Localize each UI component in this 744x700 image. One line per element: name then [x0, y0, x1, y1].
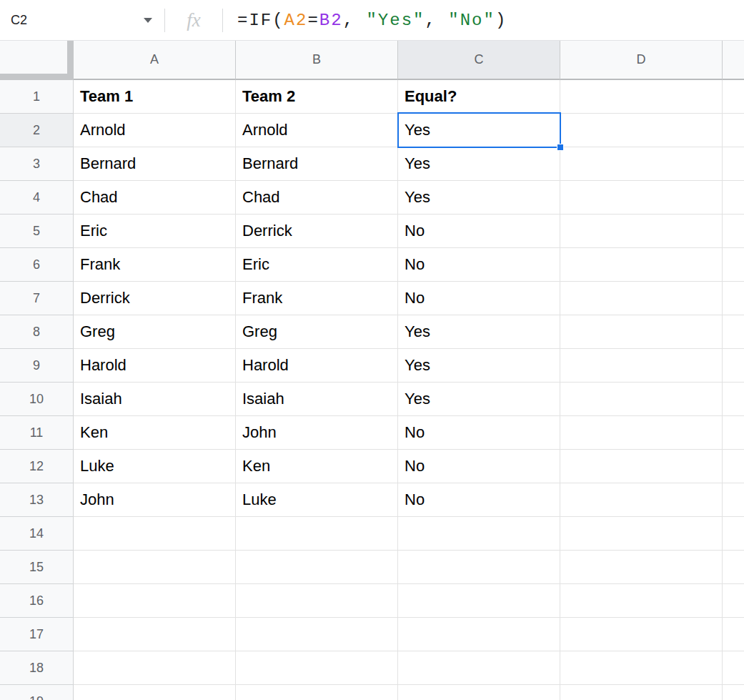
cell-D10[interactable]: [560, 383, 723, 416]
row-header-1[interactable]: 1: [0, 80, 74, 114]
row-header-17[interactable]: 17: [0, 618, 74, 651]
cell-A13[interactable]: John: [74, 483, 236, 517]
cell-A2[interactable]: Arnold: [74, 114, 236, 147]
cell-C19[interactable]: [398, 685, 560, 700]
cell-B2[interactable]: Arnold: [236, 114, 398, 147]
cell-E13[interactable]: [723, 483, 744, 517]
formula-input[interactable]: =IF(A2=B2, "Yes", "No"): [223, 11, 744, 30]
cell-B14[interactable]: [236, 517, 398, 551]
cell-C15[interactable]: [398, 551, 560, 584]
cell-D19[interactable]: [560, 685, 723, 700]
cell-D16[interactable]: [560, 584, 723, 618]
row-header-13[interactable]: 13: [0, 483, 74, 517]
cell-C14[interactable]: [398, 517, 560, 551]
cell-B16[interactable]: [236, 584, 398, 618]
cell-E11[interactable]: [723, 416, 744, 450]
cell-D14[interactable]: [560, 517, 723, 551]
row-header-10[interactable]: 10: [0, 383, 74, 416]
row-header-19[interactable]: 19: [0, 685, 74, 700]
cell-D6[interactable]: [560, 248, 723, 282]
cell-C11[interactable]: No: [398, 416, 560, 450]
cell-D9[interactable]: [560, 349, 723, 383]
cell-C16[interactable]: [398, 584, 560, 618]
cell-A6[interactable]: Frank: [74, 248, 236, 282]
cell-B12[interactable]: Ken: [236, 450, 398, 483]
row-header-9[interactable]: 9: [0, 349, 74, 383]
chevron-down-icon[interactable]: [144, 18, 152, 23]
cell-E5[interactable]: [723, 215, 744, 248]
cell-D8[interactable]: [560, 315, 723, 349]
cell-E19[interactable]: [723, 685, 744, 700]
cell-D3[interactable]: [560, 147, 723, 181]
cell-D4[interactable]: [560, 181, 723, 215]
cell-A15[interactable]: [74, 551, 236, 584]
cell-B4[interactable]: Chad: [236, 181, 398, 215]
cell-C17[interactable]: [398, 618, 560, 651]
cell-B19[interactable]: [236, 685, 398, 700]
cell-B17[interactable]: [236, 618, 398, 651]
cell-D7[interactable]: [560, 282, 723, 315]
row-header-18[interactable]: 18: [0, 651, 74, 685]
cell-A5[interactable]: Eric: [74, 215, 236, 248]
cell-C4[interactable]: Yes: [398, 181, 560, 215]
cell-E6[interactable]: [723, 248, 744, 282]
cell-D17[interactable]: [560, 618, 723, 651]
column-header-A[interactable]: A: [74, 41, 236, 80]
cell-E2[interactable]: [723, 114, 744, 147]
cell-A8[interactable]: Greg: [74, 315, 236, 349]
row-header-3[interactable]: 3: [0, 147, 74, 181]
cell-C3[interactable]: Yes: [398, 147, 560, 181]
cell-E17[interactable]: [723, 618, 744, 651]
select-all-corner[interactable]: [0, 41, 74, 80]
cell-A3[interactable]: Bernard: [74, 147, 236, 181]
name-box[interactable]: C2: [0, 0, 164, 40]
cell-B3[interactable]: Bernard: [236, 147, 398, 181]
cell-A10[interactable]: Isaiah: [74, 383, 236, 416]
cell-E10[interactable]: [723, 383, 744, 416]
column-header-C[interactable]: C: [398, 41, 560, 80]
cell-C13[interactable]: No: [398, 483, 560, 517]
cell-E18[interactable]: [723, 651, 744, 685]
cell-C2[interactable]: Yes: [398, 114, 560, 147]
cell-B15[interactable]: [236, 551, 398, 584]
cell-E9[interactable]: [723, 349, 744, 383]
cell-C8[interactable]: Yes: [398, 315, 560, 349]
cell-C12[interactable]: No: [398, 450, 560, 483]
cell-C18[interactable]: [398, 651, 560, 685]
row-header-12[interactable]: 12: [0, 450, 74, 483]
cell-B18[interactable]: [236, 651, 398, 685]
cell-E4[interactable]: [723, 181, 744, 215]
cell-E15[interactable]: [723, 551, 744, 584]
cell-C5[interactable]: No: [398, 215, 560, 248]
row-header-6[interactable]: 6: [0, 248, 74, 282]
cell-B10[interactable]: Isaiah: [236, 383, 398, 416]
cell-E12[interactable]: [723, 450, 744, 483]
cell-B11[interactable]: John: [236, 416, 398, 450]
cell-A12[interactable]: Luke: [74, 450, 236, 483]
cell-D13[interactable]: [560, 483, 723, 517]
cell-A9[interactable]: Harold: [74, 349, 236, 383]
cell-A17[interactable]: [74, 618, 236, 651]
cell-D15[interactable]: [560, 551, 723, 584]
cell-E1[interactable]: [723, 80, 744, 114]
cell-B5[interactable]: Derrick: [236, 215, 398, 248]
cell-C1[interactable]: Equal?: [398, 80, 560, 114]
cell-C6[interactable]: No: [398, 248, 560, 282]
row-header-7[interactable]: 7: [0, 282, 74, 315]
row-header-8[interactable]: 8: [0, 315, 74, 349]
column-header-B[interactable]: B: [236, 41, 398, 80]
cell-D12[interactable]: [560, 450, 723, 483]
row-header-5[interactable]: 5: [0, 215, 74, 248]
cell-E16[interactable]: [723, 584, 744, 618]
row-header-16[interactable]: 16: [0, 584, 74, 618]
cell-B7[interactable]: Frank: [236, 282, 398, 315]
cell-A7[interactable]: Derrick: [74, 282, 236, 315]
cell-E7[interactable]: [723, 282, 744, 315]
cell-A16[interactable]: [74, 584, 236, 618]
row-header-15[interactable]: 15: [0, 551, 74, 584]
column-header-D[interactable]: D: [560, 41, 723, 80]
cell-E8[interactable]: [723, 315, 744, 349]
cell-D2[interactable]: [560, 114, 723, 147]
cell-B8[interactable]: Greg: [236, 315, 398, 349]
row-header-2[interactable]: 2: [0, 114, 74, 147]
